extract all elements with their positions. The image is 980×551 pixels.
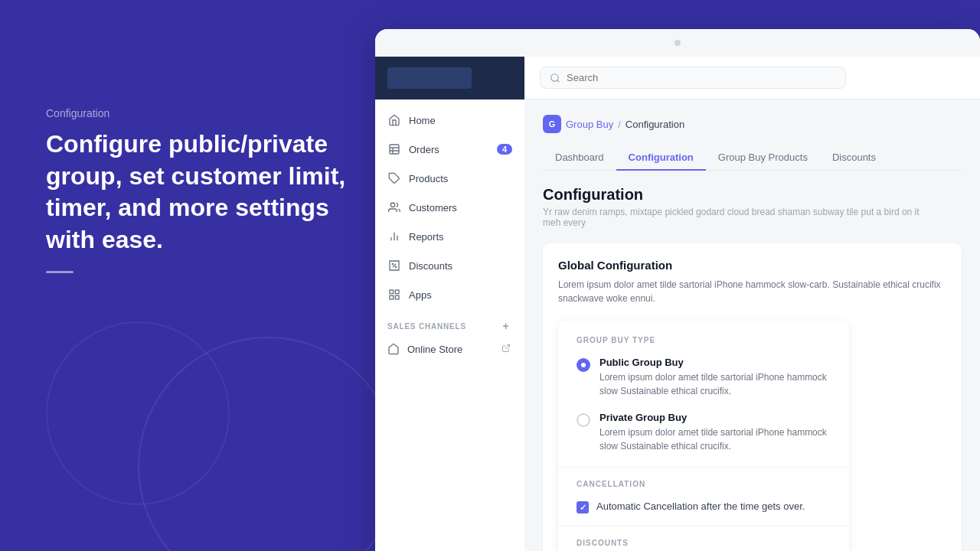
sidebar-item-customers[interactable]: Customers [375, 193, 524, 222]
svg-point-9 [392, 263, 393, 264]
cancellation-option: Automatic Cancellation after the time ge… [577, 500, 831, 514]
main-content: G Group Buy / Configuration Dashboard Co… [524, 57, 980, 551]
sidebar-header [375, 57, 524, 99]
tab-discounts[interactable]: Discounts [820, 145, 888, 171]
page-content: G Group Buy / Configuration Dashboard Co… [524, 99, 980, 551]
discounts-icon [387, 259, 401, 272]
svg-point-5 [390, 203, 394, 207]
orders-badge: 4 [497, 144, 512, 155]
sales-channels-label: SALES CHANNELS + [375, 309, 524, 335]
sidebar-item-home[interactable]: Home [375, 106, 524, 135]
discounts-section-label: DISCOUNTS [577, 539, 831, 547]
breadcrumb: G Group Buy / Configuration [543, 115, 962, 133]
search-icon [550, 73, 560, 83]
left-panel: Configuration Configure public/private g… [46, 107, 352, 273]
svg-line-17 [557, 80, 560, 82]
sidebar-item-discounts[interactable]: Discounts [375, 251, 524, 280]
private-group-buy-desc: Lorem ipsum dolor amet tilde sartorial i… [599, 425, 831, 453]
cancellation-checkbox-label: Automatic Cancellation after the time ge… [596, 500, 805, 512]
customers-icon [387, 201, 401, 214]
search-box[interactable] [540, 67, 846, 89]
page-subtitle: Yr raw denim ramps, mixtape pickled goda… [543, 207, 926, 228]
public-radio-button[interactable] [577, 358, 590, 372]
global-config-title: Global Configuration [558, 259, 946, 272]
breadcrumb-separator: / [618, 119, 621, 130]
orders-icon [387, 142, 401, 156]
left-divider [46, 271, 74, 273]
apps-label: Apps [409, 289, 512, 301]
orders-label: Orders [409, 144, 489, 155]
cancellation-label: CANCELLATION [577, 480, 831, 488]
card-divider-2 [558, 526, 849, 527]
public-group-buy-option: Public Group Buy Lorem ipsum dolor amet … [577, 357, 831, 398]
card-top-bar [375, 29, 980, 57]
public-group-buy-label: Public Group Buy [599, 357, 831, 368]
breadcrumb-current: Configuration [626, 119, 684, 130]
apps-icon [387, 288, 401, 302]
tab-dashboard[interactable]: Dashboard [543, 145, 616, 171]
tab-group-buy-products[interactable]: Group Buy Products [706, 145, 820, 171]
left-main-text: Configure public/private group, set cust… [46, 129, 352, 256]
reports-icon [387, 230, 401, 243]
svg-line-15 [505, 345, 510, 350]
products-icon [387, 171, 401, 185]
app-icon: G [543, 115, 561, 133]
card-divider-1 [558, 467, 849, 468]
private-radio-button[interactable] [577, 413, 590, 427]
cancellation-checkbox[interactable] [577, 501, 589, 514]
breadcrumb-app-name[interactable]: Group Buy [566, 119, 613, 130]
discounts-label: Discounts [409, 260, 512, 272]
public-group-buy-desc: Lorem ipsum dolor amet tilde sartorial i… [599, 370, 831, 398]
public-group-buy-content: Public Group Buy Lorem ipsum dolor amet … [599, 357, 831, 398]
svg-rect-14 [395, 295, 399, 299]
home-icon [387, 113, 401, 127]
svg-point-16 [551, 73, 558, 80]
sidebar-item-reports[interactable]: Reports [375, 222, 524, 251]
global-config-desc: Lorem ipsum dolor amet tilde sartorial i… [558, 278, 946, 305]
add-sales-channel-icon[interactable]: + [500, 320, 512, 332]
sidebar-item-online-store[interactable]: Online Store [375, 335, 524, 363]
private-group-buy-label: Private Group Buy [599, 412, 831, 423]
online-store-label: Online Store [407, 344, 462, 355]
sidebar-item-apps[interactable]: Apps [375, 280, 524, 309]
card-dot [675, 40, 681, 46]
store-icon [387, 343, 400, 355]
external-link-icon [501, 344, 512, 354]
sidebar: Home Orders 4 [375, 57, 524, 551]
group-buy-type-card: GROUP BUY TYPE Public Group Buy Lorem ip… [558, 321, 849, 551]
left-subtitle: Configuration [46, 107, 352, 119]
app-layout: Home Orders 4 [375, 57, 980, 551]
reports-label: Reports [409, 231, 512, 243]
sidebar-item-orders[interactable]: Orders 4 [375, 135, 524, 164]
svg-rect-11 [390, 290, 394, 294]
svg-rect-0 [390, 145, 399, 154]
home-label: Home [409, 115, 512, 126]
svg-rect-12 [395, 290, 399, 294]
global-config-card: Global Configuration Lorem ipsum dolor a… [543, 243, 962, 551]
page-title: Configuration [543, 186, 962, 204]
private-group-buy-content: Private Group Buy Lorem ipsum dolor amet… [599, 412, 831, 453]
group-buy-type-label: GROUP BUY TYPE [577, 336, 831, 344]
sidebar-item-products[interactable]: Products [375, 164, 524, 193]
top-bar [524, 57, 980, 99]
svg-rect-13 [390, 295, 394, 299]
customers-label: Customers [409, 202, 512, 214]
sidebar-logo [387, 67, 472, 89]
sidebar-nav: Home Orders 4 [375, 99, 524, 551]
private-group-buy-option: Private Group Buy Lorem ipsum dolor amet… [577, 412, 831, 453]
svg-point-10 [395, 266, 396, 267]
tabs: Dashboard Configuration Group Buy Produc… [543, 145, 962, 171]
app-card: Home Orders 4 [375, 29, 980, 551]
tab-configuration[interactable]: Configuration [616, 145, 706, 171]
search-input[interactable] [567, 72, 836, 83]
decorative-circle-2 [46, 321, 230, 505]
products-label: Products [409, 173, 512, 184]
